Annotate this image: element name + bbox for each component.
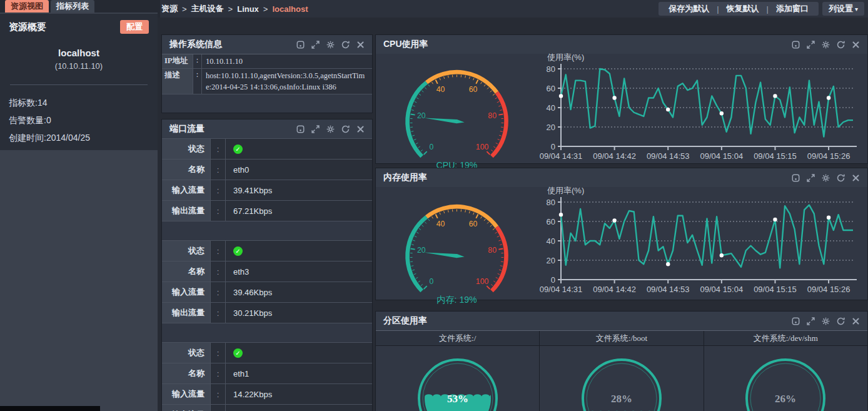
refresh-icon[interactable] [837,317,845,325]
field-value: 39.41Kbps [226,180,372,200]
close-icon[interactable] [852,41,860,49]
collapse-icon[interactable] [792,317,800,325]
svg-text:20: 20 [547,256,555,265]
filesystem-label: 文件系统:/boot [539,331,703,345]
field-label: 名称 [162,160,211,180]
refresh-icon[interactable] [837,174,845,182]
memory-gauge-wrap: 020406080100内存: 19% [376,187,537,318]
bottom-corner-strip [0,406,100,411]
field-value: 30.21Kbps [226,303,372,323]
tab-resource-view[interactable]: 资源视图 [5,0,49,13]
expand-icon[interactable] [311,125,320,133]
partition-gauges: 53%28%26% [376,346,867,411]
save-as-default-button[interactable]: 保存为默认 [661,3,717,14]
breadcrumb-item-linux[interactable]: Linux [237,4,259,14]
cpu-gauge-chart: 020406080100CPU: 19% [392,64,522,173]
settings-icon[interactable] [822,317,830,325]
memory-line-chart: 使用率(%)02040608009/04 14:3109/04 14:4209/… [537,188,859,298]
colon: : [193,69,202,94]
resource-summary-title: 资源概要 [9,21,46,33]
cpu-panel-header: CPU使用率 [376,35,867,54]
field-label: 输出流量 [162,303,211,323]
svg-text:0: 0 [551,275,555,285]
table-row: 描述 : host:10.10.11.10,agentVersion:3.0.5… [162,69,372,94]
breadcrumb-separator: > [263,4,268,14]
os-info-ip-label: IP地址 [162,54,193,68]
memory-panel-body: 020406080100内存: 19% 使用率(%)02040608009/04… [376,187,867,318]
os-info-table: IP地址 : 10.10.11.10 描述 : host:10.10.11.10… [162,54,372,94]
svg-text:09/04 15:26: 09/04 15:26 [807,151,850,161]
field-value: 14.22Kbps [226,384,372,404]
collapse-icon[interactable] [296,125,305,133]
panel-toolbar [792,41,860,49]
restore-default-button[interactable]: 恢复默认 [719,3,767,14]
settings-icon[interactable] [326,41,335,49]
colon: : [211,405,226,411]
breadcrumb-item-host-devices[interactable]: 主机设备 [191,3,224,14]
svg-text:09/04 14:42: 09/04 14:42 [593,285,636,294]
svg-text:60: 60 [547,84,555,93]
close-icon[interactable] [852,317,860,325]
stat-create-time: 创建时间:2014/04/25 [9,129,149,146]
partition-panel-body: 文件系统:/文件系统:/boot文件系统:/dev/shm 53%28%26% [376,330,867,411]
field-label: 输入流量 [162,282,211,302]
port-traffic-panel-title: 端口流量 [169,123,204,134]
settings-icon[interactable] [822,174,830,182]
close-icon[interactable] [356,125,365,133]
svg-text:60: 60 [468,85,477,94]
tab-metric-list[interactable]: 指标列表 [51,0,94,13]
column-settings-label: 列设置 [829,4,853,13]
cpu-line-chart: 使用率(%)02040608009/04 14:3109/04 14:4209/… [537,55,859,165]
table-row: 状态:✓ [162,343,372,363]
svg-text:内存: 19%: 内存: 19% [437,295,477,305]
refresh-icon[interactable] [341,41,350,49]
collapse-icon[interactable] [792,41,800,49]
top-actions: 保存为默认 | 恢复默认 | 添加窗口 列设置▾ [659,2,864,16]
svg-text:26%: 26% [775,393,796,405]
expand-icon[interactable] [807,317,815,325]
breadcrumb-separator: > [182,4,187,14]
collapse-icon[interactable] [792,174,800,182]
field-value: 67.21Kbps [226,201,372,221]
refresh-icon[interactable] [341,125,350,133]
liquid-gauge-cell: 53% [376,346,539,411]
svg-text:09/04 15:04: 09/04 15:04 [700,151,744,161]
settings-icon[interactable] [822,41,830,49]
svg-text:20: 20 [417,111,426,120]
memory-panel-title: 内存使用率 [383,172,427,183]
liquid-gauge-chart: 26% [742,355,829,411]
column-settings-button[interactable]: 列设置▾ [822,2,864,16]
expand-icon[interactable] [807,41,815,49]
field-label: 名称 [162,363,211,383]
add-window-button[interactable]: 添加窗口 [769,3,816,14]
cpu-gauge-wrap: 020406080100CPU: 19% [376,54,537,182]
svg-text:09/04 15:15: 09/04 15:15 [754,151,797,161]
svg-text:09/04 14:31: 09/04 14:31 [540,285,583,294]
expand-icon[interactable] [311,41,320,49]
svg-text:20: 20 [547,123,555,132]
field-value: ✓ [226,139,372,159]
configure-button[interactable]: 配置 [120,20,149,34]
close-icon[interactable] [852,174,860,182]
panel-toolbar [792,317,860,325]
os-info-desc-label: 描述 [162,69,193,94]
breadcrumb-item-resources[interactable]: 资源 [161,3,178,14]
colon: : [211,201,226,221]
field-value: 39.46Kbps [226,282,372,302]
refresh-icon[interactable] [837,41,845,49]
settings-icon[interactable] [326,125,335,133]
liquid-gauge-cell: 28% [539,346,703,411]
close-icon[interactable] [356,41,365,49]
svg-text:40: 40 [436,220,445,228]
expand-icon[interactable] [807,174,815,182]
traffic-group-eth0: 状态:✓名称:eth0输入流量:39.41Kbps输出流量:67.21Kbps [162,138,372,221]
os-info-panel-body: IP地址 : 10.10.11.10 描述 : host:10.10.11.10… [162,54,372,113]
colon: : [193,54,202,68]
collapse-icon[interactable] [296,41,305,49]
breadcrumb-current-localhost: localhost [272,4,308,14]
traffic-group-eth3: 状态:✓名称:eth3输入流量:39.46Kbps输出流量:30.21Kbps [162,240,372,323]
svg-text:09/04 14:42: 09/04 14:42 [593,151,636,161]
table-row: 状态:✓ [162,139,372,160]
port-traffic-panel: 端口流量 状态:✓名称:eth0输入流量:39.41Kbps输出流量:67.21… [161,119,373,411]
memory-usage-panel: 内存使用率 020406080100内存: 19% 使用率(%)02040608… [375,168,868,300]
